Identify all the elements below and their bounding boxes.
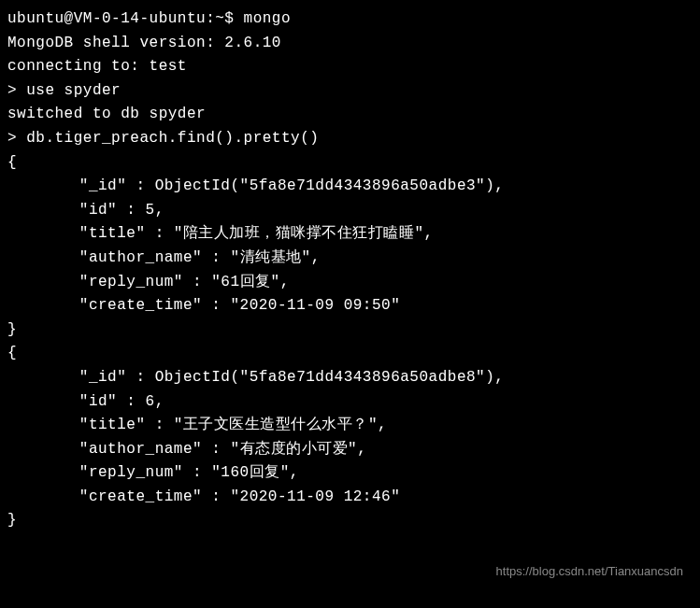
record-field-num: "id" : 6, <box>7 390 693 415</box>
record-field-time: "create_time" : "2020-11-09 09:50" <box>7 294 693 318</box>
record-field-reply: "reply_num" : "160回复", <box>7 461 693 486</box>
watermark-text: https://blog.csdn.net/Tianxuancsdn <box>496 562 683 582</box>
record-field-reply: "reply_num" : "61回复", <box>7 271 693 295</box>
record-field-author: "author_name" : "有态度的小可爱", <box>7 438 693 462</box>
shell-prompt-line[interactable]: ubuntu@VM-0-14-ubuntu:~$ mongo <box>7 7 693 32</box>
record-field-time: "create_time" : "2020-11-09 12:46" <box>7 486 693 510</box>
terminal-output: ubuntu@VM-0-14-ubuntu:~$ mongo MongoDB s… <box>7 7 693 533</box>
brace-close: } <box>7 318 693 343</box>
switched-db-line: switched to db spyder <box>7 103 693 127</box>
brace-open: { <box>7 151 693 176</box>
record-field-num: "id" : 5, <box>7 199 693 223</box>
record-field-id: "_id" : ObjectId("5fa8e71dd4343896a50adb… <box>7 366 693 390</box>
brace-close: } <box>7 509 693 533</box>
find-command-line[interactable]: > db.tiger_preach.find().pretty() <box>7 127 693 151</box>
record-field-author: "author_name" : "清纯基地", <box>7 247 693 271</box>
record-field-id: "_id" : ObjectId("5fa8e71dd4343896a50adb… <box>7 175 693 199</box>
connecting-line: connecting to: test <box>7 55 693 79</box>
use-command-line[interactable]: > use spyder <box>7 79 693 104</box>
record-field-title: "title" : "陪主人加班，猫咪撑不住狂打瞌睡", <box>7 222 693 247</box>
shell-version-line: MongoDB shell version: 2.6.10 <box>7 32 693 56</box>
brace-open: { <box>7 342 693 366</box>
record-field-title: "title" : "王子文医生造型什么水平？", <box>7 414 693 438</box>
